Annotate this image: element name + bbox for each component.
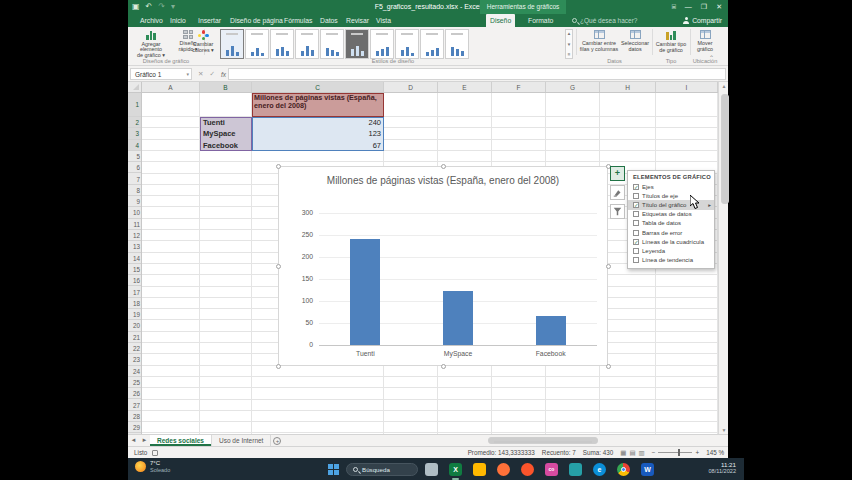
start-button[interactable]	[328, 464, 339, 475]
column-header-B[interactable]: B	[200, 82, 252, 93]
cell-C3[interactable]: 123	[252, 128, 384, 139]
taskbar-excel-icon[interactable]: X	[449, 463, 462, 476]
row-header-16[interactable]: 16	[128, 275, 142, 286]
menu-tab-insertar[interactable]: Insertar	[194, 14, 225, 27]
sheet-tab-uso-de-internet[interactable]: Uso de Internet	[212, 435, 271, 446]
chart-style-thumb-1[interactable]	[220, 29, 244, 59]
tell-me-search[interactable]: ¿Qué desea hacer?	[572, 14, 637, 27]
cell-B4[interactable]: Facebook	[200, 140, 252, 151]
bar-tuenti[interactable]	[350, 239, 380, 345]
checkbox-icon[interactable]	[633, 211, 639, 217]
row-header-28[interactable]: 28	[128, 411, 142, 422]
chart-resize-handle[interactable]	[276, 264, 281, 269]
taskbar-edge-icon[interactable]: e	[593, 463, 606, 476]
chart-style-thumb-7[interactable]	[370, 29, 394, 59]
chart-resize-handle[interactable]	[276, 364, 281, 369]
weather-widget[interactable]: 7°C Soleado	[135, 460, 170, 473]
formula-input[interactable]	[228, 68, 726, 80]
panel-item-barras-de-error[interactable]: Barras de error	[628, 228, 714, 237]
new-sheet-button[interactable]: +	[271, 435, 283, 446]
menu-tab-diseño[interactable]: Diseño	[486, 14, 515, 27]
panel-item-ejes[interactable]: ✓Ejes	[628, 182, 714, 191]
menu-tab-fórmulas[interactable]: Fórmulas	[280, 14, 316, 27]
column-header-G[interactable]: G	[546, 82, 600, 93]
chart-elements-button[interactable]: +	[610, 166, 625, 181]
row-header-7[interactable]: 7	[128, 174, 142, 185]
normal-view-icon[interactable]: ▦	[620, 447, 626, 458]
column-header-C[interactable]: C	[252, 82, 384, 93]
row-header-18[interactable]: 18	[128, 298, 142, 309]
checkbox-icon[interactable]: ✓	[633, 202, 639, 208]
select-data-button[interactable]: Seleccionar datos	[620, 29, 650, 59]
chart-style-thumb-10[interactable]	[445, 29, 469, 59]
insert-function-icon[interactable]: fx	[221, 71, 226, 78]
namebox-dropdown-icon[interactable]: ▾	[186, 69, 189, 80]
cancel-entry-icon[interactable]: ✕	[198, 70, 203, 78]
menu-tab-formato[interactable]: Formato	[524, 14, 557, 27]
cell-B2[interactable]: Tuenti	[200, 117, 252, 128]
row-header-10[interactable]: 10	[128, 207, 142, 218]
row-header-2[interactable]: 2	[128, 117, 142, 128]
chart-style-thumb-2[interactable]	[245, 29, 269, 59]
gallery-scroll[interactable]: ▲▼≡	[565, 29, 573, 59]
bar-myspace[interactable]	[443, 291, 473, 345]
chart-filters-button[interactable]	[610, 204, 625, 219]
column-header-F[interactable]: F	[492, 82, 546, 93]
cell-C1[interactable]: Millones de páginas vistas (España, ener…	[252, 93, 384, 117]
row-header-12[interactable]: 12	[128, 230, 142, 241]
zoom-slider-thumb[interactable]	[678, 449, 680, 456]
row-header-17[interactable]: 17	[128, 287, 142, 298]
checkbox-icon[interactable]	[633, 248, 639, 254]
chart-object[interactable]: Millones de páginas vistas (España, ener…	[278, 166, 608, 366]
taskbar-magenta-app-icon[interactable]: co	[545, 463, 558, 476]
row-header-9[interactable]: 9	[128, 196, 142, 207]
sheet-tab-redes-sociales[interactable]: Redes sociales	[150, 435, 212, 446]
bar-facebook[interactable]	[536, 316, 566, 345]
row-header-23[interactable]: 23	[128, 354, 142, 365]
row-header-3[interactable]: 3	[128, 128, 142, 139]
taskbar-stacked-windows-icon[interactable]	[425, 463, 438, 476]
chart-style-thumb-3[interactable]	[270, 29, 294, 59]
row-header-19[interactable]: 19	[128, 309, 142, 320]
row-header-11[interactable]: 11	[128, 219, 142, 230]
close-icon[interactable]: ✕	[716, 0, 722, 14]
row-header-21[interactable]: 21	[128, 332, 142, 343]
page-break-view-icon[interactable]: ▥	[639, 447, 645, 458]
chart-style-thumb-5[interactable]	[320, 29, 344, 59]
restore-icon[interactable]: ❐	[701, 0, 707, 14]
row-header-25[interactable]: 25	[128, 377, 142, 388]
column-header-I[interactable]: I	[656, 82, 718, 93]
minimize-icon[interactable]: —	[685, 0, 692, 14]
sheet-nav-left-icon[interactable]: ◄	[128, 435, 139, 446]
column-header-E[interactable]: E	[438, 82, 492, 93]
zoom-out-icon[interactable]: −	[652, 447, 656, 458]
row-header-8[interactable]: 8	[128, 185, 142, 196]
page-layout-view-icon[interactable]: ▤	[629, 447, 635, 458]
horizontal-scrollbar[interactable]	[484, 437, 714, 444]
cell-B3[interactable]: MySpace	[200, 128, 252, 139]
move-chart-button[interactable]: Mover gráfico	[692, 29, 718, 59]
collapse-ribbon-icon[interactable]: ⌃	[709, 54, 714, 61]
menu-tab-diseño-de-página[interactable]: Diseño de página	[226, 14, 287, 27]
checkbox-icon[interactable]	[633, 257, 639, 263]
share-button[interactable]: Compartir	[683, 14, 722, 27]
row-header-29[interactable]: 29	[128, 422, 142, 433]
taskbar-brave-icon[interactable]	[521, 463, 534, 476]
chart-style-thumb-6[interactable]	[345, 29, 369, 59]
row-header-6[interactable]: 6	[128, 162, 142, 173]
add-chart-element-button[interactable]: Agregar elemento de gráfico ▾	[130, 29, 172, 59]
chart-title[interactable]: Millones de páginas vistas (España, ener…	[309, 175, 577, 188]
chart-resize-handle[interactable]	[606, 364, 611, 369]
taskbar-file-explorer-icon[interactable]	[473, 463, 486, 476]
cell-C2[interactable]: 240	[252, 117, 384, 128]
checkbox-icon[interactable]	[633, 230, 639, 236]
row-header-27[interactable]: 27	[128, 400, 142, 411]
panel-item-títulos-de-eje[interactable]: Títulos de eje	[628, 191, 714, 200]
row-header-5[interactable]: 5	[128, 151, 142, 162]
taskbar-search[interactable]: Búsqueda	[346, 463, 418, 476]
select-all-corner[interactable]	[128, 82, 142, 93]
zoom-in-icon[interactable]: +	[695, 447, 699, 458]
checkbox-icon[interactable]: ✓	[633, 239, 639, 245]
row-header-4[interactable]: 4	[128, 140, 142, 151]
chart-style-thumb-9[interactable]	[420, 29, 444, 59]
